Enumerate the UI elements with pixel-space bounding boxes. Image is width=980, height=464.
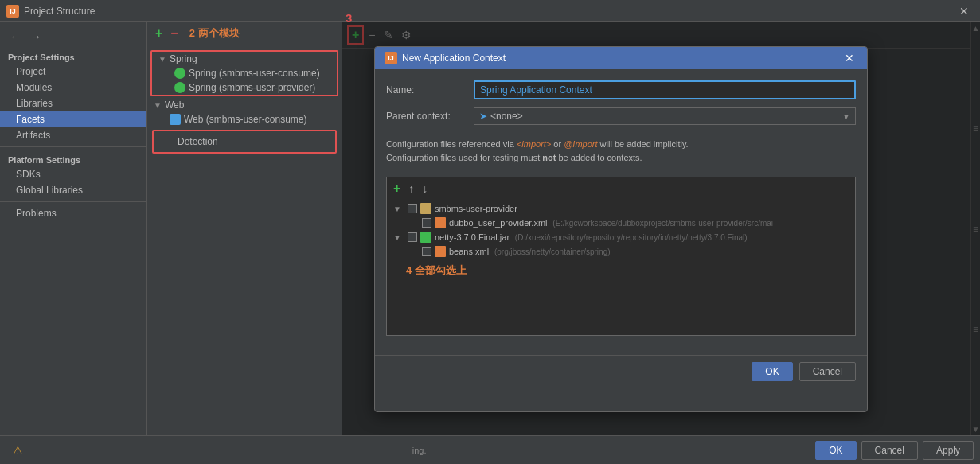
bottom-info-text: ing. <box>412 446 427 455</box>
modal-footer: OK Cancel <box>375 355 867 388</box>
file-tree-add-button[interactable]: + <box>390 181 404 197</box>
new-application-context-dialog: IJ New Application Context ✕ Name: Paren… <box>374 46 868 412</box>
modal-icon: IJ <box>385 52 397 64</box>
sidebar-item-modules[interactable]: Modules <box>0 80 146 96</box>
sidebar: ← → Project Settings Project Modules Lib… <box>0 22 147 435</box>
modal-title-text: New Application Context <box>402 53 506 64</box>
spring-provider-icon <box>174 82 185 93</box>
sidebar-item-libraries[interactable]: Libraries <box>0 96 146 111</box>
provider-folder-checkbox[interactable] <box>408 204 417 213</box>
sidebar-divider-1 <box>0 146 146 147</box>
name-input[interactable] <box>474 80 856 99</box>
dubbo-xml-checkbox[interactable] <box>422 218 431 228</box>
sidebar-item-artifacts[interactable]: Artifacts <box>0 127 146 143</box>
netty-jar-icon <box>420 232 431 243</box>
bottom-ok-button[interactable]: OK <box>815 441 856 460</box>
web-group: ▼ Web Web (smbms-user-consume) <box>147 98 342 127</box>
spring-group-box: ▼ Spring Spring (smbms-user-consume) Spr… <box>150 50 338 96</box>
file-tree-container: + ↑ ↓ ▼ smbms-user-provider <box>386 177 856 336</box>
sidebar-item-global-libraries[interactable]: Global Libraries <box>0 182 146 198</box>
web-consume-label: Web (smbms-user-consume) <box>184 114 306 125</box>
spring-consume-label: Spring (smbms-user-consume) <box>189 68 320 79</box>
web-group-header[interactable]: ▼ Web <box>147 98 342 112</box>
provider-folder-arrow: ▼ <box>393 205 401 213</box>
sidebar-item-problems[interactable]: Problems <box>0 205 146 221</box>
provider-folder-item[interactable]: ▼ smbms-user-provider <box>390 201 852 216</box>
detection-label: Detection <box>178 136 218 147</box>
sidebar-divider-2 <box>0 201 146 202</box>
modal-cancel-button[interactable]: Cancel <box>799 362 856 381</box>
spring-provider-item[interactable]: Spring (smbms-user-provider) <box>152 80 337 95</box>
provider-folder-name: smbms-user-provider <box>435 204 517 213</box>
chevron-down-icon: ▼ <box>842 112 850 121</box>
sidebar-item-sdks[interactable]: SDKs <box>0 166 146 182</box>
web-consume-item[interactable]: Web (smbms-user-consume) <box>147 112 342 127</box>
nav-forward-button[interactable]: → <box>27 29 45 45</box>
beans-xml-item[interactable]: ▶ beans.xml (org/jboss/netty/container/s… <box>390 244 852 259</box>
web-group-label: Web <box>165 99 184 111</box>
name-form-row: Name: <box>386 80 856 99</box>
bottom-cancel-button[interactable]: Cancel <box>861 441 918 460</box>
parent-context-form-row: Parent context: ➤ <none> ▼ <box>386 107 856 125</box>
remove-facet-button[interactable]: − <box>167 25 181 41</box>
bottom-apply-button[interactable]: Apply <box>923 441 974 460</box>
config-info-line2: Configuration files used for testing mus… <box>386 151 856 165</box>
spring-group-header[interactable]: ▼ Spring <box>152 52 337 66</box>
modal-title-bar: IJ New Application Context ✕ <box>375 47 867 69</box>
parent-context-value: <none> <box>490 111 523 122</box>
beans-xml-name: beans.xml <box>449 247 489 256</box>
project-settings-section-title: Project Settings <box>0 48 146 64</box>
app-logo: IJ <box>6 5 19 18</box>
netty-jar-arrow: ▼ <box>393 233 401 242</box>
sidebar-nav-top: ← → <box>0 25 146 48</box>
parent-context-label: Parent context: <box>386 111 474 122</box>
beans-xml-icon <box>435 246 446 257</box>
file-tree-toolbar: + ↑ ↓ <box>390 181 852 197</box>
name-label: Name: <box>386 84 474 96</box>
spring-consume-item[interactable]: Spring (smbms-user-consume) <box>152 66 337 80</box>
dubbo-xml-path: (E:/kgcworkspace/dubboxproject/smbms-use… <box>551 219 774 228</box>
platform-settings-section-title: Platform Settings <box>0 150 146 166</box>
dubbo-xml-icon <box>435 217 446 228</box>
spring-consume-icon <box>174 68 185 79</box>
modal-overlay: IJ New Application Context ✕ Name: Paren… <box>342 22 980 435</box>
spring-arrow: ▼ <box>158 55 166 64</box>
middle-toolbar: + − 2 两个模块 <box>147 22 342 45</box>
config-info-line1: Configuration files referenced via <impo… <box>386 138 856 151</box>
sidebar-item-facets[interactable]: Facets <box>0 111 146 127</box>
modal-body: Name: Parent context: ➤ <none> ▼ <box>375 69 867 355</box>
dubbo-xml-item[interactable]: ▶ dubbo_user_provider.xml (E:/kgcworkspa… <box>390 216 852 230</box>
modal-title-left: IJ New Application Context <box>385 52 506 64</box>
modal-ok-button[interactable]: OK <box>752 362 792 381</box>
file-tree-down-button[interactable]: ↓ <box>419 181 431 196</box>
web-arrow: ▼ <box>154 101 162 110</box>
web-consume-icon <box>170 114 181 125</box>
add-facet-button[interactable]: + <box>152 25 166 41</box>
middle-panel: + − 2 两个模块 ▼ Spring Spring (smbms-user-c… <box>147 22 342 435</box>
parent-context-select[interactable]: ➤ <none> ▼ <box>474 107 856 125</box>
netty-jar-name: netty-3.7.0.Final.jar <box>435 232 510 242</box>
window-close-button[interactable]: ✕ <box>955 3 974 19</box>
provider-folder-icon <box>420 203 431 214</box>
arrow-right-icon: ➤ <box>479 111 487 122</box>
annotation-2: 2 两个模块 <box>189 26 240 41</box>
detection-item[interactable]: Detection <box>155 135 334 149</box>
dubbo-xml-name: dubbo_user_provider.xml <box>449 218 548 228</box>
detection-box: Detection <box>152 130 337 154</box>
annotation-4: 4 全部勾选上 <box>390 263 852 278</box>
bottom-bar: ⚠ ing. OK Cancel Apply <box>0 435 980 464</box>
netty-jar-checkbox[interactable] <box>408 232 417 242</box>
netty-jar-item[interactable]: ▼ netty-3.7.0.Final.jar (D:/xuexi/reposi… <box>390 230 852 244</box>
config-info-box: Configuration files referenced via <impo… <box>386 133 856 169</box>
file-tree-up-button[interactable]: ↑ <box>405 181 417 196</box>
main-container: ← → Project Settings Project Modules Lib… <box>0 22 980 435</box>
warning-icon: ⚠ <box>13 444 23 457</box>
nav-back-button[interactable]: ← <box>6 29 24 45</box>
beans-xml-checkbox[interactable] <box>422 247 431 256</box>
spring-provider-label: Spring (smbms-user-provider) <box>189 82 315 93</box>
sidebar-item-project[interactable]: Project <box>0 64 146 80</box>
window-title: Project Structure <box>24 6 95 17</box>
content-area: 3 + − ✎ ⚙ ▲ ≡ ≡ ≡ ▼ IJ New Application C… <box>342 22 980 435</box>
modal-close-button[interactable]: ✕ <box>841 52 857 64</box>
spring-group-label: Spring <box>170 53 197 64</box>
